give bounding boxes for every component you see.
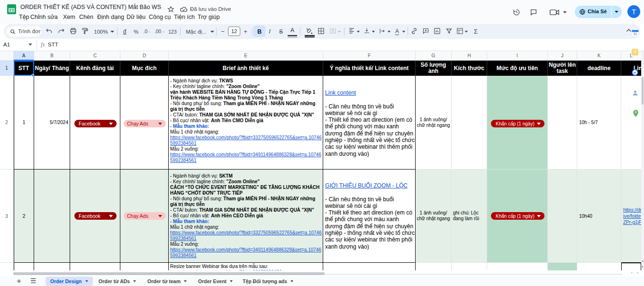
svg-text:31: 31 [634, 32, 637, 36]
